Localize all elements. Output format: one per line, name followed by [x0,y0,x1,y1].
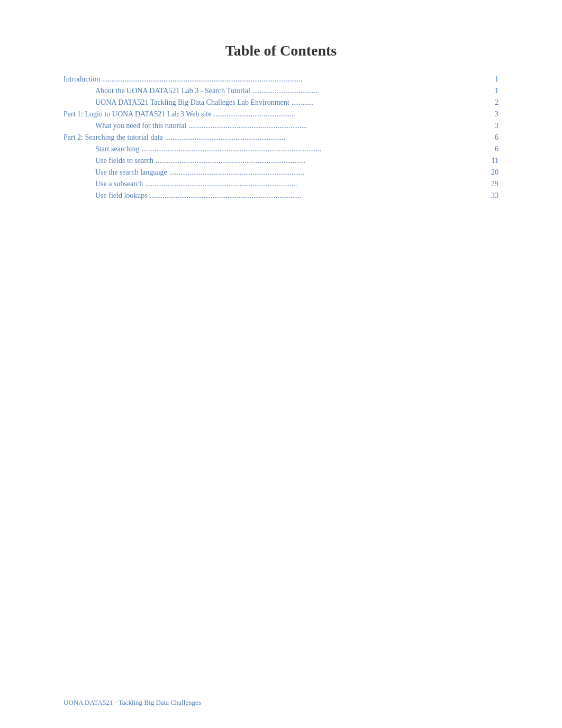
toc-row[interactable]: Part 2: Searching the tutorial data.....… [64,133,498,142]
toc-dots: ........................................… [143,180,488,188]
toc-dots: ............ [289,98,488,107]
toc-dots: ........................................… [153,157,488,165]
toc-row[interactable]: Use a subsearch.........................… [64,180,498,188]
toc-dots: ........................................… [186,122,488,130]
toc-page-number: 33 [488,192,498,200]
toc-page-number: 29 [488,180,498,188]
toc-page-number: 11 [488,157,498,165]
toc-page-number: 3 [488,122,498,130]
toc-row[interactable]: About the UONA DATA521 Lab 3 - Search Tu… [64,87,498,95]
page: Table of Contents Introduction..........… [0,0,562,728]
toc-row[interactable]: Use the search language.................… [64,168,498,177]
toc-page-number: 3 [488,110,498,119]
toc-page-number: 6 [488,145,498,153]
toc-dots: ........................................… [100,75,488,84]
toc-entry-label: Use fields to search [95,157,153,165]
toc-row[interactable]: Use fields to search....................… [64,157,498,165]
toc-entry-label: Introduction [64,75,100,84]
toc-dots: ........................................… [167,168,488,177]
toc-row[interactable]: UONA DATA521 Tackling Big Data Challeges… [64,98,498,107]
toc-container: Introduction............................… [64,75,498,200]
toc-entry-label: About the UONA DATA521 Lab 3 - Search Tu… [95,87,250,95]
toc-dots: ........................................… [140,145,488,153]
toc-page-number: 1 [488,87,498,95]
toc-row[interactable]: What you need for this tutorial.........… [64,122,498,130]
toc-page-number: 2 [488,98,498,107]
toc-entry-label: What you need for this tutorial [95,122,186,130]
toc-dots: ........................................… [148,192,488,200]
toc-row[interactable]: Start searching.........................… [64,145,498,153]
toc-entry-label: Use the search language [95,168,167,177]
toc-page-number: 20 [488,168,498,177]
toc-row[interactable]: Part 1: Login to UONA DATA521 Lab 3 Web … [64,110,498,119]
toc-entry-label: Use a subsearch [95,180,143,188]
footer-text: UONA DATA521 - Tackling Big Data Challen… [64,698,201,706]
toc-dots: .................................... [250,87,488,95]
toc-page-number: 6 [488,133,498,142]
toc-entry-label: Start searching [95,145,140,153]
page-title: Table of Contents [64,42,498,59]
toc-dots: ........................................… [211,110,488,119]
toc-row[interactable]: Introduction............................… [64,75,498,84]
toc-entry-label: Part 2: Searching the tutorial data [64,133,163,142]
footer: UONA DATA521 - Tackling Big Data Challen… [64,698,201,707]
toc-dots: ........................................… [163,133,488,142]
toc-entry-label: Use field lookups [95,192,148,200]
toc-page-number: 1 [488,75,498,84]
toc-entry-label: Part 1: Login to UONA DATA521 Lab 3 Web … [64,110,211,119]
toc-entry-label: UONA DATA521 Tackling Big Data Challeges… [95,98,289,107]
toc-row[interactable]: Use field lookups.......................… [64,192,498,200]
